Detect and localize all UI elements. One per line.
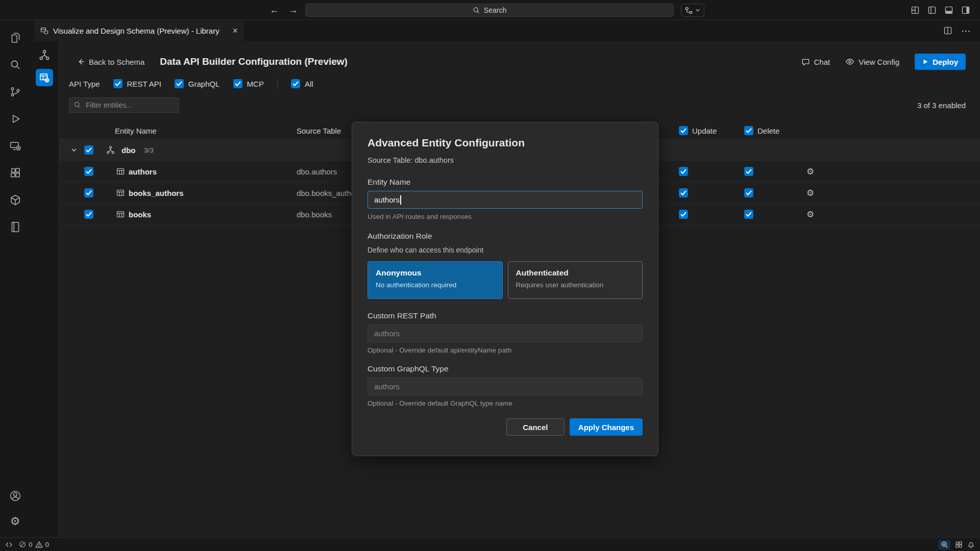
filter-entities-input[interactable] — [69, 97, 179, 113]
update-checkbox[interactable] — [679, 167, 688, 176]
row-checkbox[interactable] — [84, 188, 93, 197]
filter-mcp[interactable]: MCP — [233, 79, 264, 88]
delete-checkbox[interactable] — [744, 210, 753, 219]
search-placeholder-text: Search — [484, 6, 506, 14]
page-title: Data API Builder Configuration (Preview) — [160, 56, 348, 67]
graphql-type-help: Optional - Override default GraphQL type… — [368, 399, 643, 407]
entity-name-input[interactable]: authors — [368, 191, 643, 209]
source-table: dbo.books — [297, 210, 332, 218]
rest-api-checkbox[interactable] — [113, 79, 122, 88]
extensions-icon[interactable] — [9, 166, 22, 180]
run-debug-icon[interactable] — [9, 112, 22, 126]
customize-layout-icon[interactable] — [911, 6, 919, 14]
notebook-icon[interactable] — [9, 220, 22, 234]
filter-rest-api[interactable]: REST API — [113, 79, 161, 88]
delete-checkbox[interactable] — [744, 167, 753, 176]
source-control-icon[interactable] — [9, 85, 22, 98]
settings-gear-icon[interactable]: ⚙ — [9, 515, 22, 528]
problems-status[interactable]: 0 0 — [19, 541, 49, 548]
account-icon[interactable] — [9, 489, 22, 503]
designer-side-strip — [30, 41, 59, 537]
warning-count: 0 — [45, 541, 50, 548]
toggle-sidebar-icon[interactable] — [928, 6, 936, 14]
mcp-checkbox[interactable] — [233, 79, 242, 88]
split-editor-icon[interactable] — [944, 27, 952, 35]
table-icon — [116, 189, 125, 197]
row-checkbox[interactable] — [84, 210, 93, 219]
advanced-entity-config-dialog: Advanced Entity Configuration Source Tab… — [352, 122, 658, 456]
row-checkbox[interactable] — [84, 167, 93, 176]
filter-all[interactable]: All — [291, 79, 313, 88]
group-checkbox[interactable] — [84, 145, 93, 155]
flow-icon — [685, 7, 693, 14]
header-entity-name: Entity Name — [115, 126, 157, 135]
header-source-table: Source Table — [297, 126, 341, 135]
authorization-role-help: Define who can access this endpoint — [368, 246, 643, 254]
authorization-role-label: Authorization Role — [368, 232, 643, 241]
statusbar-extension-icon[interactable] — [955, 541, 963, 548]
arrow-left-icon — [77, 58, 85, 66]
graphql-type-label: Custom GraphQL Type — [368, 364, 643, 373]
table-icon — [116, 210, 125, 218]
entity-name-help: Used in API routes and responses — [368, 213, 643, 220]
layout-control-dropdown[interactable] — [681, 4, 704, 17]
rest-path-label: Custom REST Path — [368, 311, 643, 320]
schema-visualizer-icon[interactable] — [39, 49, 50, 61]
delete-checkbox[interactable] — [744, 188, 753, 197]
entity-settings-gear-icon[interactable]: ⚙ — [806, 166, 814, 177]
remote-indicator-icon[interactable] — [5, 541, 13, 548]
deploy-button[interactable]: Deploy — [915, 54, 966, 70]
explorer-icon[interactable] — [9, 31, 22, 44]
filter-graphql[interactable]: GraphQL — [175, 79, 220, 88]
back-to-schema-link[interactable]: Back to Schema — [77, 58, 144, 66]
eye-icon — [845, 57, 854, 66]
header-delete-checkbox[interactable] — [744, 126, 753, 135]
chevron-down-icon — [695, 8, 700, 13]
group-name: dbo — [121, 145, 136, 154]
status-bar: 0 0 — [0, 537, 980, 551]
command-center-search[interactable]: Search — [305, 4, 674, 17]
notifications-bell-icon[interactable] — [967, 541, 975, 548]
data-api-builder-icon[interactable] — [36, 69, 53, 86]
error-count: 0 — [29, 541, 33, 548]
apply-changes-button[interactable]: Apply Changes — [570, 418, 643, 436]
nav-forward-icon[interactable]: → — [288, 5, 298, 16]
graphql-checkbox[interactable] — [175, 79, 184, 88]
activity-bar: ⚙ — [0, 20, 30, 537]
nav-back-icon[interactable]: ← — [270, 5, 279, 16]
chat-button[interactable]: Chat — [801, 58, 830, 66]
database-cube-icon[interactable] — [9, 193, 22, 207]
remote-explorer-icon[interactable] — [9, 139, 22, 153]
update-checkbox[interactable] — [679, 210, 688, 219]
tab-visualize-schema[interactable]: Visualize and Design Schema (Preview) - … — [34, 20, 244, 41]
role-card-anonymous[interactable]: Anonymous No authentication required — [368, 261, 503, 299]
tab-close-icon[interactable]: × — [232, 26, 238, 36]
dialog-source-table: Source Table: dbo.authors — [368, 156, 643, 164]
graphql-type-input[interactable] — [368, 378, 643, 395]
entity-name: authors — [129, 167, 157, 176]
update-checkbox[interactable] — [679, 188, 688, 197]
entity-settings-gear-icon[interactable]: ⚙ — [806, 209, 814, 219]
dialog-title: Advanced Entity Configuration — [368, 137, 643, 149]
enabled-count-text: 3 of 3 enabled — [917, 101, 966, 110]
all-checkbox[interactable] — [291, 79, 300, 88]
zoom-status-icon[interactable] — [939, 540, 950, 549]
entity-settings-gear-icon[interactable]: ⚙ — [806, 187, 814, 198]
filter-divider — [277, 79, 278, 89]
back-to-schema-label: Back to Schema — [89, 58, 144, 66]
schema-icon — [106, 145, 115, 154]
more-actions-icon[interactable]: ⋯ — [961, 25, 971, 37]
title-bar: ← → Search — [0, 0, 980, 20]
chevron-down-icon[interactable] — [70, 146, 78, 154]
role-card-authenticated[interactable]: Authenticated Requires user authenticati… — [508, 261, 643, 299]
toggle-panel-icon[interactable] — [945, 6, 953, 14]
toggle-secondary-sidebar-icon[interactable] — [962, 6, 970, 14]
schema-designer-tab-icon — [40, 27, 48, 35]
entity-name: books — [129, 210, 151, 218]
entity-name: books_authors — [129, 188, 184, 197]
search-sidebar-icon[interactable] — [9, 58, 22, 71]
rest-path-input[interactable] — [368, 324, 643, 342]
header-update-checkbox[interactable] — [679, 126, 688, 135]
view-config-button[interactable]: View Config — [845, 57, 899, 66]
cancel-button[interactable]: Cancel — [506, 418, 565, 436]
